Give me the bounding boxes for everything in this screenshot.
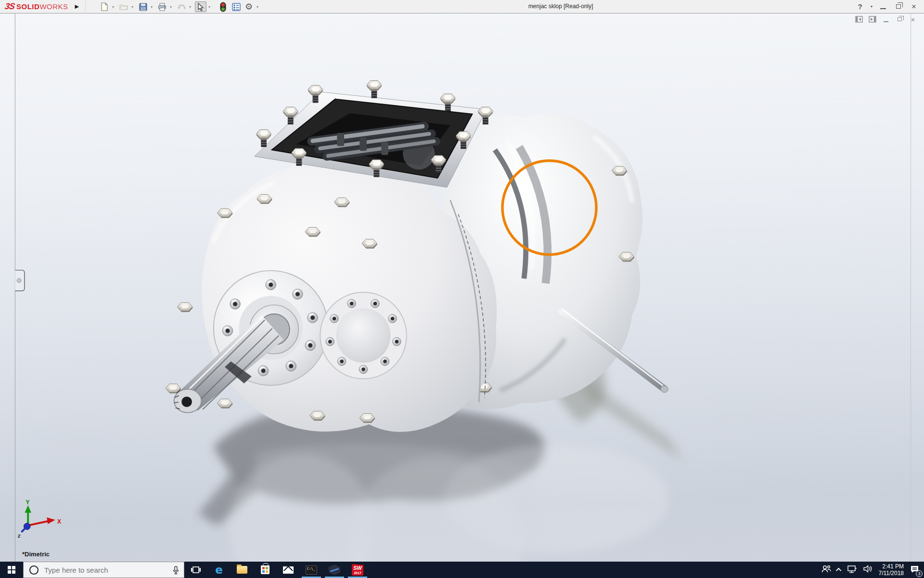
undo-button[interactable] [176,1,187,12]
store-icon [261,565,270,574]
system-tray: 2:41 PM 7/11/2018 3 [821,562,920,578]
help-dropdown[interactable]: ▾ [869,1,874,12]
gearbox-3d-model[interactable]: Y X Z [0,13,924,562]
hidden-icons-chevron[interactable] [835,568,841,573]
solidworks-2017-icon: SW2017 [352,564,363,576]
options-dropdown[interactable]: ▾ [255,1,260,12]
titlebar: 3S SOLIDWORKS ▶ ▾ ▾ ▾ ▾ ▾ ▾ ⚙ ▾ menjac [0,0,924,13]
hexagon-app-icon [329,565,340,575]
print-dropdown[interactable]: ▾ [168,1,174,12]
previous-window-icon[interactable] [855,15,863,23]
print-button[interactable] [156,1,168,12]
view-orientation-label: *Dimetric [22,551,50,558]
network-icon[interactable] [847,565,857,575]
restore-button[interactable] [892,1,905,12]
3ds-logo-icon: 3S [4,1,15,12]
close-button[interactable]: × [908,1,920,12]
people-icon[interactable] [821,565,831,575]
clock-time: 2:41 PM [879,563,904,570]
new-document-button[interactable] [99,1,110,12]
command-prompt-button[interactable]: C:\_ [300,562,323,578]
rebuild-stoplight-icon[interactable] [217,1,229,12]
doc-close-button[interactable]: × [909,15,917,23]
clock-date: 7/11/2018 [879,570,904,577]
select-tool-button[interactable] [195,1,206,12]
new-document-dropdown[interactable]: ▾ [110,1,116,12]
edge-button[interactable]: e [207,562,231,578]
save-button[interactable] [137,1,149,12]
notification-badge: 3 [916,570,923,577]
secondary-flange[interactable] [320,292,407,379]
task-view-button[interactable] [184,562,207,578]
options-gear-icon[interactable]: ⚙ [243,1,255,12]
orientation-triad: Y X Z [18,499,62,539]
quick-access-toolbar: ▾ ▾ ▾ ▾ ▾ ▾ ⚙ ▾ [99,1,262,13]
mail-button[interactable] [277,562,300,578]
toolbar-separator [85,1,86,12]
model-reflection [230,443,669,562]
triad-y-label: Y [26,499,30,506]
window-controls: ? ▾ × [854,0,920,13]
undo-dropdown[interactable]: ▾ [187,1,193,12]
taskbar-clock[interactable]: 2:41 PM 7/11/2018 [879,563,904,577]
command-prompt-icon: C:\_ [306,565,317,575]
folder-icon [237,566,247,574]
pinned-apps: e C:\_ SW2017 [184,562,369,578]
next-window-icon[interactable] [868,15,877,23]
doc-restore-button[interactable] [895,15,904,23]
taskbar-search[interactable] [23,562,184,578]
store-button[interactable] [254,562,277,578]
document-window-controls: × [855,15,917,23]
microphone-icon[interactable] [172,566,179,577]
open-document-dropdown[interactable]: ▾ [129,1,135,12]
help-button[interactable]: ? [854,1,866,12]
triad-z-label: Z [18,533,21,539]
minimize-button[interactable] [877,1,889,12]
file-explorer-button[interactable] [231,562,254,578]
cortana-icon[interactable] [29,565,38,575]
save-dropdown[interactable]: ▾ [149,1,154,12]
mail-icon [283,566,294,574]
evaluate-list-icon[interactable] [231,1,242,12]
featuremanager-splitter-tab[interactable] [15,270,25,291]
windows-logo-icon [8,566,15,574]
window-title: menjac sklop [Read-only] [488,0,633,13]
search-input[interactable] [44,566,155,574]
taskbar: e C:\_ SW2017 [0,562,924,578]
solidworks-2017-button[interactable]: SW2017 [346,562,369,578]
edge-icon: e [215,564,223,576]
volume-icon[interactable] [863,565,873,575]
brand-solid-text: SOLID [16,2,39,11]
triad-x-label: X [57,518,62,525]
brand-works-text: WORKS [39,2,68,11]
action-center-button[interactable]: 3 [910,565,919,575]
start-button[interactable] [0,562,23,578]
graphics-viewport[interactable]: Y X Z × *Dimetric [0,13,924,562]
hexagon-app-button[interactable] [323,562,346,578]
open-document-button[interactable] [118,1,129,12]
doc-minimize-button[interactable] [882,15,890,23]
solidworks-logo: 3S SOLIDWORKS ▶ [5,1,79,12]
select-tool-dropdown[interactable]: ▾ [206,1,212,12]
menu-flyout-arrow-icon[interactable]: ▶ [75,3,79,10]
